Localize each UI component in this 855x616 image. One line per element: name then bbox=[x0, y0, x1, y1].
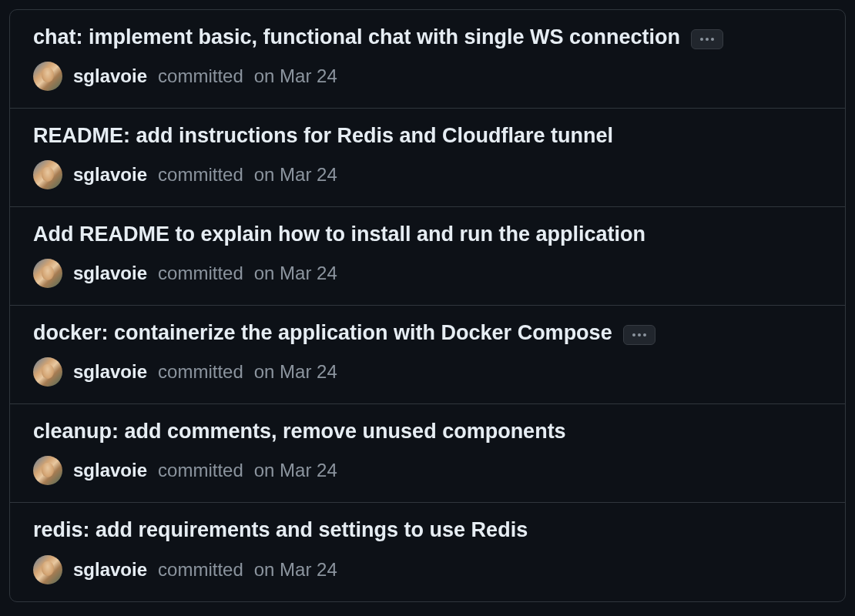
commit-title-link[interactable]: chat: implement basic, functional chat w… bbox=[33, 24, 680, 51]
commit-title-line: README: add instructions for Redis and C… bbox=[33, 122, 822, 149]
ellipsis-icon bbox=[700, 38, 714, 41]
commit-meta-line: sglavoiecommittedon Mar 24 bbox=[33, 456, 822, 485]
commit-meta-text: committed bbox=[158, 65, 243, 87]
author-avatar[interactable] bbox=[33, 259, 62, 288]
commit-meta-line: sglavoiecommittedon Mar 24 bbox=[33, 357, 822, 387]
commit-title-line: redis: add requirements and settings to … bbox=[33, 517, 822, 544]
commit-title-link[interactable]: redis: add requirements and settings to … bbox=[33, 517, 528, 544]
commit-meta-line: sglavoiecommittedon Mar 24 bbox=[33, 259, 822, 288]
author-link[interactable]: sglavoie bbox=[73, 65, 147, 87]
commit-meta-text: committed bbox=[158, 361, 243, 383]
commit-date-link[interactable]: on Mar 24 bbox=[254, 164, 337, 186]
commit-meta-text: committed bbox=[158, 164, 243, 186]
author-avatar[interactable] bbox=[33, 160, 62, 189]
ellipsis-button[interactable] bbox=[691, 29, 723, 49]
commit-title-link[interactable]: Add README to explain how to install and… bbox=[33, 221, 645, 248]
author-avatar[interactable] bbox=[33, 456, 62, 485]
author-link[interactable]: sglavoie bbox=[73, 263, 147, 284]
commit-meta-line: sglavoiecommittedon Mar 24 bbox=[33, 555, 822, 584]
author-link[interactable]: sglavoie bbox=[73, 460, 147, 481]
commit-meta-line: sglavoiecommittedon Mar 24 bbox=[33, 160, 822, 189]
author-link[interactable]: sglavoie bbox=[73, 164, 147, 186]
commit-title-line: docker: containerize the application wit… bbox=[33, 320, 822, 346]
author-link[interactable]: sglavoie bbox=[73, 559, 147, 581]
commit-row: cleanup: add comments, remove unused com… bbox=[10, 404, 845, 503]
commit-date-link[interactable]: on Mar 24 bbox=[254, 361, 337, 383]
author-avatar[interactable] bbox=[33, 357, 62, 387]
commit-list: chat: implement basic, functional chat w… bbox=[9, 9, 846, 602]
ellipsis-icon bbox=[632, 333, 646, 336]
commit-date-link[interactable]: on Mar 24 bbox=[254, 263, 337, 284]
author-avatar[interactable] bbox=[33, 555, 62, 584]
commit-meta-text: committed bbox=[158, 460, 243, 481]
author-avatar[interactable] bbox=[33, 62, 62, 91]
ellipsis-button[interactable] bbox=[623, 325, 656, 345]
commit-date-link[interactable]: on Mar 24 bbox=[254, 559, 337, 581]
commit-title-line: chat: implement basic, functional chat w… bbox=[33, 24, 822, 51]
commit-meta-line: sglavoiecommittedon Mar 24 bbox=[33, 62, 822, 91]
commit-date-link[interactable]: on Mar 24 bbox=[254, 65, 337, 87]
commit-title-link[interactable]: README: add instructions for Redis and C… bbox=[33, 122, 613, 149]
commit-row: Add README to explain how to install and… bbox=[10, 207, 845, 306]
author-link[interactable]: sglavoie bbox=[73, 361, 147, 383]
commit-row: docker: containerize the application wit… bbox=[10, 306, 845, 404]
commit-title-line: Add README to explain how to install and… bbox=[33, 221, 822, 248]
commit-row: redis: add requirements and settings to … bbox=[10, 503, 845, 601]
commit-title-line: cleanup: add comments, remove unused com… bbox=[33, 418, 822, 445]
commit-date-link[interactable]: on Mar 24 bbox=[254, 460, 337, 481]
commit-row: README: add instructions for Redis and C… bbox=[10, 109, 845, 207]
commit-title-link[interactable]: docker: containerize the application wit… bbox=[33, 320, 612, 346]
commit-meta-text: committed bbox=[158, 559, 243, 581]
commit-row: chat: implement basic, functional chat w… bbox=[10, 10, 845, 109]
commit-meta-text: committed bbox=[158, 263, 243, 284]
commit-title-link[interactable]: cleanup: add comments, remove unused com… bbox=[33, 418, 566, 445]
